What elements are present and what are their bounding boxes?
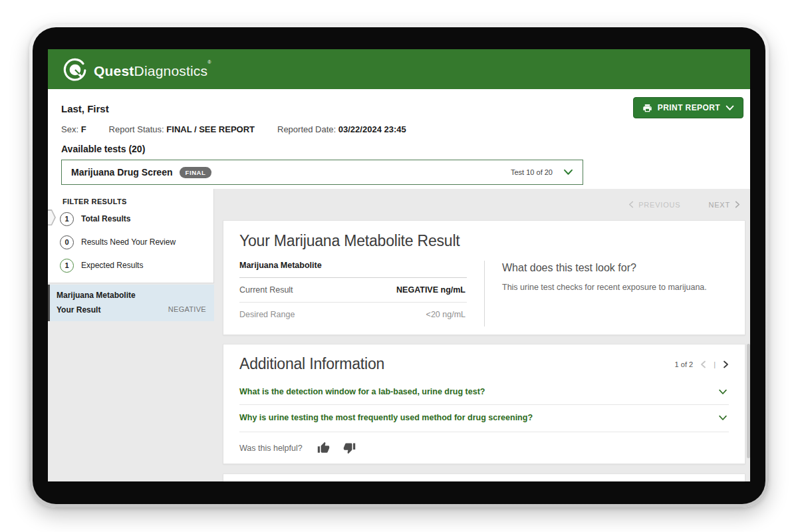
next-label: NEXT bbox=[708, 201, 730, 209]
sex-field: Sex: F bbox=[61, 124, 86, 134]
chevron-right-icon bbox=[735, 201, 740, 208]
report-meta-row: Sex: F Report Status: FINAL / SEE REPORT… bbox=[61, 124, 743, 134]
chevron-right-icon bbox=[723, 360, 729, 368]
test-info-column: What does this test look for? This urine… bbox=[484, 261, 729, 327]
test-info-title: What does this test look for? bbox=[502, 262, 729, 274]
filter-item-label: Total Results bbox=[81, 214, 130, 223]
result-detail-area: PREVIOUS NEXT Your Marijuana Metabolite … bbox=[214, 189, 750, 481]
additional-info-title: Additional Information bbox=[239, 355, 384, 373]
scrollbar-thumb[interactable] bbox=[747, 344, 750, 458]
printer-icon bbox=[642, 103, 652, 113]
history-card: Your History bbox=[223, 473, 745, 481]
filter-sidebar: FILTER RESULTS 1 Total Results 0 Results… bbox=[48, 189, 214, 481]
sex-value: F bbox=[81, 124, 86, 134]
app-screen: QuestDiagnostics® Last, First PRINT REPO… bbox=[48, 49, 750, 481]
filter-item-label: Results Need Your Review bbox=[81, 237, 176, 247]
reported-date-field: Reported Date: 03/22/2024 23:45 bbox=[277, 124, 406, 134]
feedback-row: Was this helpful? bbox=[239, 432, 729, 454]
sex-label: Sex: bbox=[61, 124, 78, 134]
result-list-item[interactable]: Marijuana Metabolite Your Result NEGATIV… bbox=[48, 285, 214, 321]
brand-trademark: ® bbox=[207, 60, 211, 65]
current-result-label: Current Result bbox=[239, 285, 293, 295]
filter-results-title: FILTER RESULTS bbox=[48, 198, 213, 205]
test-position: Test 10 of 20 bbox=[511, 168, 553, 176]
result-item-label: Your Result bbox=[57, 305, 100, 315]
chevron-left-icon bbox=[700, 360, 706, 368]
available-tests-label: Available tests (20) bbox=[61, 144, 743, 154]
test-pager: PREVIOUS NEXT bbox=[223, 189, 745, 220]
report-status-label: Report Status: bbox=[109, 124, 164, 134]
thumbs-down-button[interactable] bbox=[343, 442, 356, 454]
patient-name: Last, First bbox=[61, 97, 109, 114]
faq-question-urine-testing[interactable]: Why is urine testing the most frequently… bbox=[239, 404, 729, 430]
result-item-value: NEGATIVE bbox=[168, 305, 206, 315]
desired-range-value: <20 ng/mL bbox=[426, 310, 466, 319]
reported-date-label: Reported Date: bbox=[277, 124, 336, 134]
print-report-button[interactable]: PRINT REPORT bbox=[633, 97, 743, 118]
filter-item-label: Expected Results bbox=[81, 261, 143, 270]
reported-date-value: 03/22/2024 23:45 bbox=[338, 124, 406, 134]
app-header: QuestDiagnostics® bbox=[48, 49, 750, 89]
brand-quest: Quest bbox=[94, 63, 134, 78]
faq-question-detection-window[interactable]: What is the detection window for a lab-b… bbox=[239, 379, 729, 404]
faq-next-button[interactable] bbox=[723, 360, 729, 368]
desired-range-label: Desired Range bbox=[239, 310, 295, 319]
helpful-prompt: Was this helpful? bbox=[239, 444, 303, 453]
filter-item-need-review[interactable]: 0 Results Need Your Review bbox=[48, 232, 213, 252]
report-status-value: FINAL / SEE REPORT bbox=[166, 124, 255, 134]
chevron-left-icon bbox=[628, 201, 634, 208]
quest-logo-icon bbox=[63, 57, 87, 82]
count-badge: 0 bbox=[60, 235, 74, 249]
next-test-link[interactable]: NEXT bbox=[708, 201, 740, 209]
faq-pagination: 1 of 2 | bbox=[675, 360, 729, 368]
previous-label: PREVIOUS bbox=[638, 201, 680, 209]
result-table: Marijuana Metabolite Current Result NEGA… bbox=[239, 261, 484, 327]
chevron-down-icon bbox=[563, 169, 573, 176]
chevron-down-icon bbox=[718, 389, 728, 395]
chevron-down-icon bbox=[718, 415, 728, 421]
print-report-label: PRINT REPORT bbox=[658, 103, 720, 112]
thumbs-up-icon bbox=[317, 442, 330, 454]
result-table-header: Marijuana Metabolite bbox=[239, 261, 467, 278]
faq-list: What is the detection window for a lab-b… bbox=[239, 379, 729, 430]
results-content: FILTER RESULTS 1 Total Results 0 Results… bbox=[48, 189, 750, 481]
pagination-separator: | bbox=[714, 360, 716, 368]
previous-test-link[interactable]: PREVIOUS bbox=[628, 201, 680, 209]
result-card-title: Your Marijuana Metabolite Result bbox=[239, 232, 729, 250]
faq-question-text: Why is urine testing the most frequently… bbox=[239, 413, 533, 422]
filter-results-panel: FILTER RESULTS 1 Total Results 0 Results… bbox=[48, 189, 214, 283]
count-badge: 1 bbox=[60, 212, 74, 226]
brand-diagnostics: Diagnostics bbox=[134, 63, 208, 78]
faq-prev-button[interactable] bbox=[700, 360, 706, 368]
selected-test-name: Marijuana Drug Screen bbox=[71, 167, 173, 178]
table-row: Current Result NEGATIVE ng/mL bbox=[239, 278, 467, 303]
thumbs-up-button[interactable] bbox=[317, 442, 330, 454]
current-result-value: NEGATIVE ng/mL bbox=[396, 285, 466, 295]
report-status-field: Report Status: FINAL / SEE REPORT bbox=[109, 124, 255, 134]
result-card: Your Marijuana Metabolite Result Marijua… bbox=[223, 220, 745, 335]
page-indicator: 1 of 2 bbox=[675, 360, 694, 368]
count-badge: 1 bbox=[60, 259, 74, 273]
brand-wordmark: QuestDiagnostics® bbox=[94, 60, 211, 79]
filter-item-expected-results[interactable]: 1 Expected Results bbox=[48, 255, 213, 275]
tablet-bezel: QuestDiagnostics® Last, First PRINT REPO… bbox=[33, 27, 765, 504]
additional-info-card: Additional Information 1 of 2 | bbox=[223, 344, 745, 464]
result-item-title: Marijuana Metabolite bbox=[57, 291, 206, 300]
final-status-badge: FINAL bbox=[180, 167, 212, 178]
patient-info-band: Last, First PRINT REPORT Sex: F Report S… bbox=[48, 89, 750, 189]
test-selector-dropdown[interactable]: Marijuana Drug Screen FINAL Test 10 of 2… bbox=[61, 160, 583, 185]
chevron-down-icon bbox=[726, 105, 734, 111]
thumbs-down-icon bbox=[343, 442, 356, 454]
table-row: Desired Range <20 ng/mL bbox=[239, 303, 467, 327]
filter-item-total-results[interactable]: 1 Total Results bbox=[48, 209, 213, 229]
faq-question-text: What is the detection window for a lab-b… bbox=[239, 387, 485, 396]
tablet-frame: QuestDiagnostics® Last, First PRINT REPO… bbox=[29, 24, 769, 507]
test-info-body: This urine test checks for recent exposu… bbox=[502, 283, 729, 292]
